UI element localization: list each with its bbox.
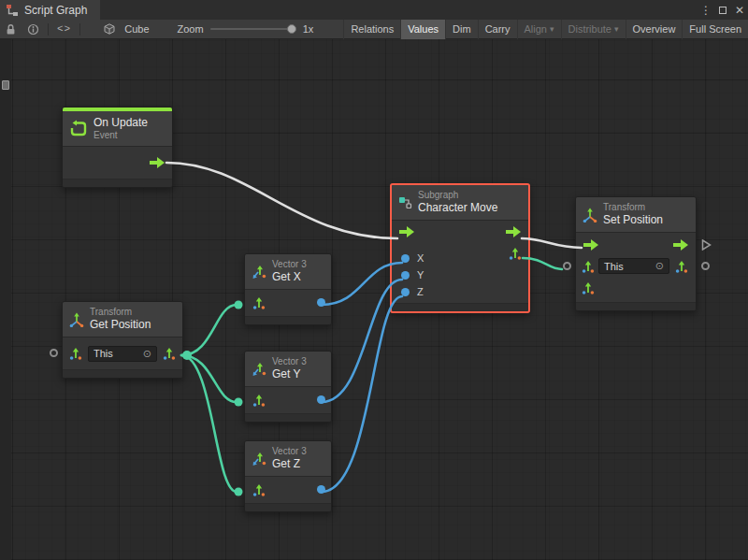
align-button[interactable]: Align ▾ xyxy=(517,20,561,39)
node-get-position[interactable]: Transform Get Position This ⊙ xyxy=(62,301,183,379)
graph-canvas[interactable]: On Update Event xyxy=(0,39,748,560)
relations-button[interactable]: Relations xyxy=(343,20,400,39)
graph-toolbar: <> Cube Zoom 1x Relations Values Dim Ca xyxy=(0,20,748,39)
vector3-icon xyxy=(252,452,266,467)
node-footer xyxy=(63,369,182,378)
cube-icon xyxy=(98,20,121,39)
node-character-move[interactable]: Subgraph Character Move xyxy=(390,183,530,313)
wire-getposition-to-gety xyxy=(181,355,237,402)
node-get-x[interactable]: Vector 3 Get X xyxy=(244,253,332,325)
zoom-slider-thumb[interactable] xyxy=(287,24,296,34)
chevron-down-icon: ▾ xyxy=(550,24,554,34)
node-category: Vector 3 xyxy=(272,446,307,457)
wire-end-dot xyxy=(235,398,243,407)
flow-output-port[interactable] xyxy=(673,239,688,251)
node-category: Subgraph xyxy=(418,190,497,201)
node-footer xyxy=(245,413,331,422)
value-input-port-y[interactable] xyxy=(401,271,410,280)
subgraph-icon xyxy=(398,195,412,209)
zoom-control: Zoom 1x xyxy=(178,23,314,35)
node-title: Set Position xyxy=(603,213,663,227)
maximize-icon[interactable] xyxy=(714,4,731,17)
vector-output-port-icon[interactable] xyxy=(509,247,522,260)
value-input-port-x[interactable] xyxy=(401,254,410,263)
flow-input-port[interactable] xyxy=(583,239,598,251)
wire-onupdate-to-charactermove xyxy=(166,163,397,238)
node-category: Vector 3 xyxy=(272,259,307,270)
lock-icon[interactable] xyxy=(0,20,22,39)
wire-junction-dot xyxy=(182,351,192,360)
wire-getposition-to-getz xyxy=(181,355,237,492)
node-footer xyxy=(576,302,696,310)
tab-script-graph[interactable]: Script Graph xyxy=(0,0,100,20)
wire-end-dot xyxy=(235,488,243,496)
node-title: On Update xyxy=(94,116,148,130)
overview-button[interactable]: Overview xyxy=(626,20,683,39)
vector-input-port-icon[interactable] xyxy=(582,281,595,294)
close-icon[interactable]: ✕ xyxy=(731,4,748,17)
node-title: Character Move xyxy=(418,201,497,215)
node-subtitle: Event xyxy=(94,130,148,141)
values-button[interactable]: Values xyxy=(400,20,445,39)
node-title: Get Z xyxy=(272,457,307,471)
value-input-port-z[interactable] xyxy=(401,288,410,296)
flow-output-port[interactable] xyxy=(506,226,521,237)
port-label-y: Y xyxy=(417,267,424,282)
chevron-down-icon: ▾ xyxy=(614,24,619,34)
target-dot-icon: ⊙ xyxy=(143,348,151,360)
toolbar-buttons: Relations Values Dim Carry Align ▾ Distr… xyxy=(343,20,748,39)
value-output-port[interactable] xyxy=(317,298,325,307)
window-menu-icon[interactable]: ⋮ xyxy=(698,4,714,17)
port-label-z: Z xyxy=(417,284,424,299)
zoom-label: Zoom xyxy=(178,23,204,35)
toolbar-divider xyxy=(79,23,80,36)
target-dropdown[interactable]: This ⊙ xyxy=(598,258,669,274)
vector-input-port-icon[interactable] xyxy=(69,347,82,360)
target-object-label[interactable]: Cube xyxy=(121,23,152,35)
full-screen-button[interactable]: Full Screen xyxy=(682,20,748,39)
node-category: Transform xyxy=(90,307,151,318)
node-on-update[interactable]: On Update Event xyxy=(62,107,173,188)
flow-input-port[interactable] xyxy=(399,226,414,237)
node-footer xyxy=(245,316,331,324)
sidebar-toggle-icon[interactable] xyxy=(2,80,9,90)
flow-input-port[interactable] xyxy=(50,349,58,357)
wire-end-dot xyxy=(235,301,243,309)
canvas-side-strip xyxy=(0,39,11,560)
vector3-icon xyxy=(252,265,266,280)
vector-output-port-icon[interactable] xyxy=(163,347,176,360)
transform-icon xyxy=(583,208,597,223)
window-controls: ⋮ ✕ xyxy=(698,0,748,20)
node-title: Get Position xyxy=(90,318,151,332)
wire-charactermove-to-setposition xyxy=(522,238,582,248)
external-flow-port[interactable] xyxy=(701,239,712,251)
node-get-z[interactable]: Vector 3 Get Z xyxy=(244,440,332,512)
vector-input-port-icon[interactable] xyxy=(582,260,595,273)
node-footer xyxy=(392,303,528,311)
distribute-button[interactable]: Distribute ▾ xyxy=(561,20,626,39)
target-dropdown[interactable]: This ⊙ xyxy=(88,346,157,362)
info-icon[interactable] xyxy=(22,20,45,39)
value-output-port[interactable] xyxy=(317,485,325,494)
wire-getposition-to-getx xyxy=(181,305,237,355)
port-label-x: X xyxy=(417,251,424,266)
vector-input-port-icon[interactable] xyxy=(252,483,266,496)
zoom-slider[interactable] xyxy=(210,28,296,30)
value-input-port[interactable] xyxy=(563,262,571,270)
code-preview-icon[interactable]: <> xyxy=(51,20,77,39)
vector-input-port-icon[interactable] xyxy=(252,296,266,309)
node-set-position[interactable]: Transform Set Position xyxy=(575,196,697,311)
toolbar-divider xyxy=(48,23,49,36)
vector-output-port-icon[interactable] xyxy=(675,260,688,273)
dim-button[interactable]: Dim xyxy=(445,20,478,39)
on-update-icon xyxy=(69,120,88,138)
flow-output-port[interactable] xyxy=(150,157,165,168)
external-value-port[interactable] xyxy=(701,262,710,270)
vector-input-port-icon[interactable] xyxy=(252,394,266,407)
node-footer xyxy=(63,179,172,187)
node-get-y[interactable]: Vector 3 Get Y xyxy=(244,351,332,423)
node-category: Transform xyxy=(603,202,663,213)
tab-bar: Script Graph ⋮ ✕ xyxy=(0,0,748,20)
value-output-port[interactable] xyxy=(317,395,325,404)
carry-button[interactable]: Carry xyxy=(478,20,517,39)
